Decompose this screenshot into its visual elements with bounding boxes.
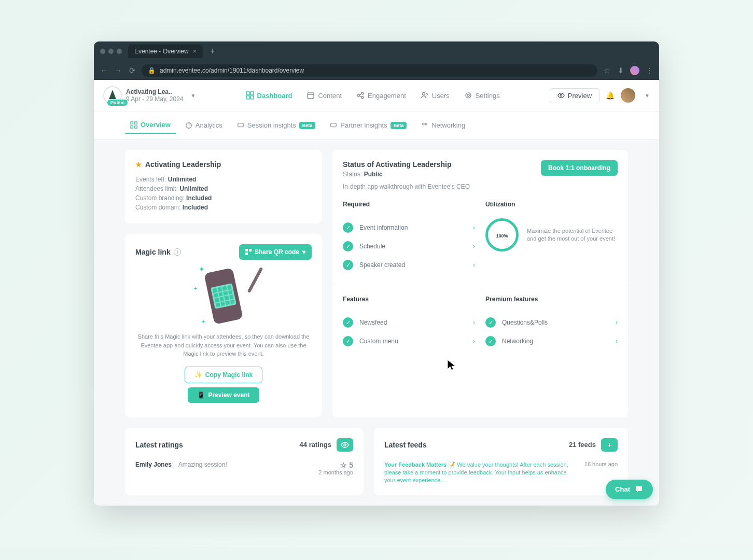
user-avatar[interactable] — [621, 88, 635, 103]
gear-icon — [464, 91, 472, 100]
nav-content[interactable]: Content — [306, 91, 342, 100]
nav-engagement[interactable]: Engagement — [356, 91, 406, 100]
chevron-down-icon[interactable]: ▼ — [645, 93, 650, 99]
svg-rect-18 — [131, 125, 133, 128]
feed-row[interactable]: Your Feedback Matters 📝 We value your th… — [384, 461, 618, 485]
stat-branding: Custom branding: Included — [135, 194, 312, 202]
beta-badge: Beta — [391, 122, 407, 129]
check-icon: ✓ — [343, 241, 353, 251]
info-icon[interactable]: i — [174, 248, 181, 256]
copy-magic-link-button[interactable]: ✨ Copy Magic link — [185, 367, 262, 383]
check-label: Newsfeed — [359, 319, 467, 326]
back-button[interactable]: ← — [99, 65, 108, 76]
subnav-label: Overview — [141, 121, 171, 129]
check-icon: ✓ — [343, 317, 353, 328]
forward-button[interactable]: → — [114, 65, 123, 76]
required-item-schedule[interactable]: ✓ Schedule › — [343, 237, 475, 256]
subnav-partner-insights[interactable]: Partner insights Beta — [325, 117, 412, 134]
premium-features-label: Premium features — [485, 296, 618, 303]
analytics-icon — [185, 122, 192, 129]
nav-settings[interactable]: Settings — [464, 91, 500, 100]
preview-event-button[interactable]: 📱 Preview event — [188, 387, 259, 403]
sub-nav: Overview Analytics Session insights Beta… — [94, 111, 659, 139]
subnav-networking[interactable]: Networking — [416, 117, 470, 134]
required-item-speaker[interactable]: ✓ Speaker created › — [343, 256, 475, 274]
phone-illustration: ✦ ✦ ✦ — [135, 270, 312, 322]
bell-icon[interactable]: 🔔 — [606, 91, 615, 100]
feature-item-custom-menu[interactable]: ✓ Custom menu › — [343, 332, 475, 351]
traffic-light-close[interactable] — [100, 49, 105, 54]
utilization-percentage: 100% — [496, 231, 508, 239]
svg-rect-26 — [249, 249, 252, 251]
nav-dashboard[interactable]: Dashboard — [246, 91, 292, 100]
subnav-session-insights[interactable]: Session insights Beta — [232, 117, 320, 134]
check-label: Questions&Polls — [502, 319, 609, 326]
check-label: Schedule — [359, 243, 467, 250]
rating-row[interactable]: Emily Jones Amazing session! ☆ 5 2 month… — [135, 461, 353, 475]
reload-button[interactable]: ⟳ — [128, 65, 136, 76]
premium-item-questions-polls[interactable]: ✓ Questions&Polls › — [485, 313, 618, 332]
check-icon: ✓ — [343, 260, 353, 270]
preview-button[interactable]: Preview — [550, 88, 599, 103]
rating-time: 2 months ago — [318, 469, 353, 475]
event-switcher[interactable]: Public Activating Lea.. 9 Apr - 29 May, … — [103, 86, 196, 105]
calendar-icon — [306, 91, 315, 100]
svg-point-6 — [357, 94, 359, 96]
share-icon — [356, 91, 365, 100]
feature-item-newsfeed[interactable]: ✓ Newsfeed › — [343, 313, 475, 332]
plan-title: Activating Leadership — [145, 160, 221, 169]
qr-icon — [245, 249, 252, 255]
view-ratings-button[interactable] — [337, 438, 353, 452]
users-icon — [421, 91, 429, 100]
traffic-light-maximize[interactable] — [117, 49, 122, 54]
event-name: Activating Lea.. — [126, 88, 184, 95]
svg-rect-17 — [135, 121, 137, 123]
check-label: Custom menu — [359, 338, 467, 345]
dashboard-icon — [246, 91, 254, 100]
profile-avatar-icon[interactable] — [630, 66, 639, 75]
check-icon: ✓ — [485, 317, 496, 328]
close-icon[interactable]: × — [193, 48, 197, 55]
chevron-down-icon: ▼ — [191, 93, 196, 99]
book-onboarding-button[interactable]: Book 1:1 onboarding — [541, 160, 618, 176]
traffic-light-minimize[interactable] — [108, 49, 114, 54]
utilization-text: Maximize the potential of Eventee and ge… — [527, 227, 618, 243]
share-qr-label: Share QR code — [255, 248, 299, 256]
chevron-right-icon: › — [473, 319, 475, 326]
svg-rect-21 — [238, 123, 244, 127]
check-icon: ✓ — [343, 336, 353, 346]
lock-icon: 🔒 — [148, 67, 156, 74]
traffic-lights — [98, 49, 124, 54]
app-header: Public Activating Lea.. 9 Apr - 29 May, … — [94, 80, 659, 111]
preview-label: Preview — [568, 92, 592, 100]
status-title: Status of Activating Leadership — [343, 160, 470, 169]
download-icon[interactable]: ⬇ — [617, 65, 625, 76]
rating-comment: Amazing session! — [178, 461, 227, 468]
svg-point-28 — [344, 444, 346, 446]
new-tab-button[interactable]: + — [207, 47, 218, 56]
chat-widget[interactable]: Chat — [606, 480, 653, 499]
required-label: Required — [343, 201, 475, 208]
share-qr-button[interactable]: Share QR code ▾ — [239, 244, 312, 260]
svg-rect-25 — [245, 249, 248, 251]
svg-point-14 — [467, 94, 469, 96]
add-feed-button[interactable]: + — [601, 438, 618, 452]
bookmark-icon[interactable]: ☆ — [603, 65, 611, 76]
status-subtitle: In-depth app walkthrough with Eventee's … — [343, 183, 470, 190]
required-item-event-info[interactable]: ✓ Event information › — [343, 218, 475, 237]
url-text: admin.eventee.co/admin/19011/dashboard/o… — [160, 67, 304, 74]
chevron-right-icon: › — [616, 338, 618, 345]
subnav-overview[interactable]: Overview — [125, 117, 176, 134]
check-label: Speaker created — [359, 261, 467, 269]
menu-icon[interactable]: ⋮ — [645, 65, 654, 76]
premium-item-networking[interactable]: ✓ Networking › — [485, 332, 618, 351]
subnav-label: Networking — [431, 121, 465, 129]
phone-icon: 📱 — [197, 391, 205, 399]
url-bar[interactable]: 🔒 admin.eventee.co/admin/19011/dashboard… — [142, 64, 597, 77]
svg-rect-16 — [131, 121, 133, 123]
subnav-analytics[interactable]: Analytics — [180, 117, 228, 134]
browser-tab[interactable]: Eventee - Overview × — [128, 45, 203, 58]
check-label: Event information — [359, 224, 467, 231]
chevron-right-icon: › — [473, 338, 475, 345]
nav-users[interactable]: Users — [421, 91, 450, 100]
